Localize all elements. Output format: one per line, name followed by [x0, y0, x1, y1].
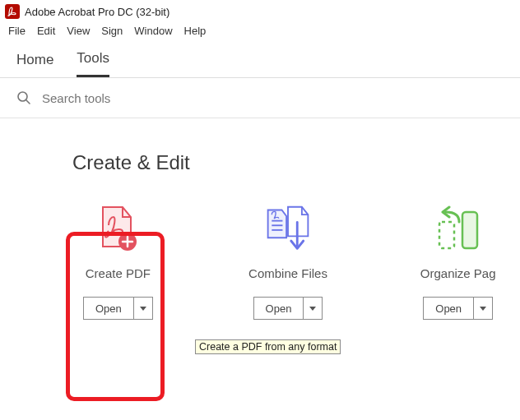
organize-pages-open-button[interactable]: Open	[423, 297, 493, 320]
section-title: Create & Edit	[72, 151, 504, 174]
svg-line-2	[26, 100, 30, 104]
search-icon	[16, 90, 32, 106]
menubar: File Edit View Sign Window Help	[0, 23, 520, 42]
combine-files-label: Combine Files	[248, 266, 327, 280]
tooltip: Create a PDF from any format	[195, 339, 341, 354]
card-create-pdf[interactable]: Create PDF Open	[72, 204, 164, 320]
chevron-down-icon[interactable]	[134, 298, 152, 319]
svg-rect-11	[439, 222, 454, 248]
cards-row: Create PDF Open Combi	[72, 204, 504, 320]
svg-rect-10	[462, 212, 477, 248]
app-title: Adobe Acrobat Pro DC (32-bit)	[25, 6, 169, 18]
card-organize-pages[interactable]: Organize Pag Open	[412, 204, 504, 320]
card-combine-files[interactable]: Combine Files Open	[243, 204, 334, 320]
combine-files-open-button[interactable]: Open	[253, 297, 323, 320]
acrobat-icon	[5, 4, 20, 19]
create-pdf-icon	[93, 204, 142, 253]
open-label: Open	[254, 298, 304, 319]
tab-tools[interactable]: Tools	[77, 50, 109, 77]
chevron-down-icon[interactable]	[474, 298, 492, 319]
create-pdf-label: Create PDF	[86, 266, 151, 280]
menu-file[interactable]: File	[8, 25, 26, 37]
content-area: Create & Edit Create PDF Open	[0, 118, 520, 320]
toolbar-tabs: Home Tools	[0, 42, 520, 78]
create-pdf-open-button[interactable]: Open	[83, 297, 153, 320]
open-label: Open	[424, 298, 474, 319]
titlebar: Adobe Acrobat Pro DC (32-bit)	[0, 0, 520, 23]
organize-pages-icon	[434, 204, 483, 253]
tab-home[interactable]: Home	[16, 52, 53, 76]
menu-view[interactable]: View	[67, 25, 90, 37]
menu-edit[interactable]: Edit	[37, 25, 55, 37]
menu-sign[interactable]: Sign	[101, 25, 123, 37]
menu-window[interactable]: Window	[134, 25, 172, 37]
combine-files-icon	[263, 204, 313, 253]
organize-pages-label: Organize Pag	[420, 266, 496, 280]
menu-help[interactable]: Help	[184, 25, 207, 37]
search-row	[0, 78, 520, 118]
open-label: Open	[84, 298, 134, 319]
chevron-down-icon[interactable]	[304, 298, 322, 319]
search-input[interactable]	[42, 91, 504, 105]
svg-rect-0	[5, 4, 20, 19]
